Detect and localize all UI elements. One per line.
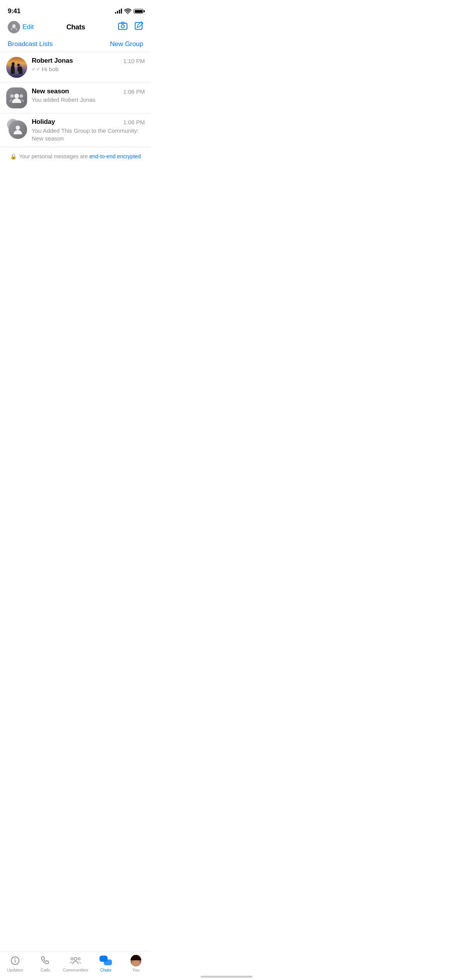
avatar-holiday	[6, 118, 27, 139]
battery-icon	[134, 9, 143, 14]
header-actions	[118, 21, 143, 33]
edit-label: Edit	[22, 23, 34, 31]
compose-icon[interactable]	[134, 21, 143, 33]
chat-item-holiday[interactable]: Holiday 1:06 PM You Added This Group to …	[0, 113, 151, 147]
chat-preview-text: You added Robert Jonas	[32, 96, 96, 103]
chat-item-new-season[interactable]: New season 1:06 PM You added Robert Jona…	[0, 83, 151, 113]
svg-point-2	[121, 25, 124, 28]
sub-header: Broadcast Lists New Group	[0, 38, 151, 52]
avatar-robert-jonas	[6, 57, 27, 78]
svg-point-12	[10, 94, 14, 98]
svg-point-11	[14, 94, 19, 98]
svg-point-15	[16, 126, 20, 130]
svg-point-0	[12, 24, 15, 27]
avatar-new-season	[6, 87, 27, 108]
signal-bars-icon	[115, 9, 122, 14]
broadcast-lists-button[interactable]: Broadcast Lists	[8, 40, 53, 48]
svg-rect-1	[118, 23, 127, 29]
svg-point-9	[17, 64, 20, 67]
svg-rect-8	[12, 65, 14, 72]
chat-content-new-season: New season 1:06 PM You added Robert Jona…	[32, 87, 145, 103]
chat-list: Robert Jonas 1:10 PM ✓✓ Hi bob New seaso…	[0, 52, 151, 147]
status-time: 9:41	[8, 7, 21, 15]
chat-content-robert-jonas: Robert Jonas 1:10 PM ✓✓ Hi bob	[32, 57, 145, 72]
svg-point-7	[12, 62, 15, 65]
svg-point-5	[6, 57, 27, 78]
chat-preview-text: Hi bob	[42, 66, 58, 72]
chat-preview-text: You Added This Group to the Community: N…	[32, 127, 145, 142]
chat-time: 1:06 PM	[123, 119, 145, 125]
chat-name: New season	[32, 87, 69, 95]
encryption-notice: 🔒 Your personal messages are end-to-end …	[0, 147, 151, 166]
svg-point-6	[9, 71, 24, 74]
svg-rect-10	[17, 67, 20, 72]
status-icons	[115, 9, 143, 14]
camera-icon[interactable]	[118, 21, 128, 33]
encryption-text: Your personal messages are	[19, 153, 89, 159]
encryption-link[interactable]: end-to-end encrypted	[89, 153, 141, 159]
lock-icon: 🔒	[10, 153, 17, 159]
header: Edit Chats	[0, 19, 151, 38]
svg-rect-4	[135, 22, 142, 29]
status-bar: 9:41	[0, 0, 151, 19]
chat-time: 1:06 PM	[123, 88, 145, 95]
new-group-button[interactable]: New Group	[110, 40, 143, 48]
chat-name: Holiday	[32, 118, 55, 126]
chat-name: Robert Jonas	[32, 57, 73, 65]
svg-point-13	[20, 94, 23, 98]
chat-content-holiday: Holiday 1:06 PM You Added This Group to …	[32, 118, 145, 142]
wifi-icon	[124, 9, 131, 14]
edit-button[interactable]: Edit	[8, 21, 34, 33]
edit-avatar	[8, 21, 20, 33]
read-receipts-icon: ✓✓	[32, 66, 40, 72]
chat-time: 1:10 PM	[123, 58, 145, 64]
page-title: Chats	[66, 23, 85, 31]
chat-item-robert-jonas[interactable]: Robert Jonas 1:10 PM ✓✓ Hi bob	[0, 52, 151, 83]
